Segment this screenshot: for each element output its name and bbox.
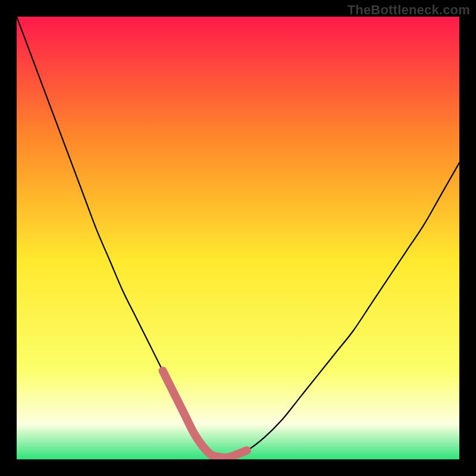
plot-area [17, 17, 459, 459]
chart-frame: TheBottleneck.com [0, 0, 476, 476]
gradient-background [17, 17, 459, 459]
bottleneck-chart [17, 17, 459, 459]
watermark-text: TheBottleneck.com [347, 2, 470, 18]
